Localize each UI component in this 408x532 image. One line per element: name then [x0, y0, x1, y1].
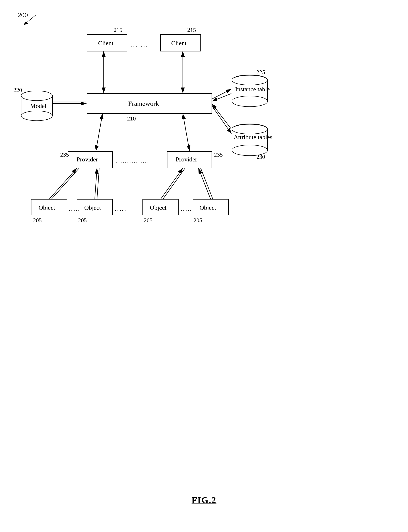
object3-label: Object [150, 204, 167, 211]
svg-point-12 [232, 96, 268, 107]
svg-point-13 [232, 75, 268, 85]
svg-line-45 [163, 168, 185, 199]
object1-ref: 205 [33, 217, 42, 224]
svg-point-19 [232, 124, 268, 134]
dots-between-providers: ............... [116, 157, 149, 164]
svg-point-7 [21, 91, 52, 101]
object3-ref: 205 [144, 217, 153, 224]
attribute-tables-ref: 230 [256, 154, 265, 160]
framework-label: Framework [128, 100, 159, 107]
framework-ref: 210 [127, 115, 136, 122]
instance-table-ref: 225 [256, 69, 265, 76]
svg-line-43 [51, 168, 79, 199]
svg-line-47 [23, 15, 36, 25]
svg-line-40 [95, 168, 97, 199]
dots-obj12: ..... [69, 205, 80, 213]
model-ref: 220 [13, 87, 22, 94]
svg-point-8 [232, 75, 268, 85]
svg-line-44 [97, 168, 99, 199]
svg-point-14 [232, 124, 268, 134]
client2-label: Client [171, 40, 186, 47]
client1-ref: 215 [114, 27, 122, 33]
svg-line-42 [198, 168, 211, 199]
object2-ref: 205 [78, 217, 87, 224]
object2-label: Object [84, 204, 101, 211]
svg-line-39 [49, 168, 77, 199]
svg-point-6 [21, 111, 52, 121]
instance-table-label: Instance table [235, 86, 270, 93]
client2-ref: 215 [187, 27, 196, 33]
provider1-label: Provider [76, 156, 98, 163]
svg-line-36 [212, 104, 231, 129]
svg-line-37 [96, 114, 102, 151]
model-label: Model [30, 102, 46, 110]
object4-ref: 205 [194, 217, 202, 224]
client1-label: Client [98, 40, 113, 47]
provider2-label: Provider [176, 156, 197, 163]
main-diagram-svg [0, 0, 408, 532]
svg-line-38 [183, 114, 189, 151]
svg-point-2 [21, 91, 52, 101]
provider2-ref: 235 [214, 151, 223, 158]
svg-line-33 [212, 89, 231, 99]
object1-label: Object [39, 204, 55, 211]
svg-line-35 [212, 106, 231, 134]
object4-label: Object [200, 204, 216, 211]
dots-between-clients: ....... [130, 41, 148, 48]
diagram-number-arrow [17, 11, 43, 28]
provider1-ref: 235 [60, 151, 69, 158]
attribute-tables-label: Attribute tables [234, 134, 272, 141]
figure-label: FIG.2 [192, 495, 216, 505]
svg-line-46 [201, 168, 213, 199]
svg-line-41 [161, 168, 183, 199]
diagram-container: 200 Client 215 Client 215 ....... Framew… [0, 0, 408, 532]
dots-obj34: ..... [181, 205, 192, 213]
svg-line-34 [212, 94, 231, 101]
dots-obj23: ..... [115, 205, 127, 213]
